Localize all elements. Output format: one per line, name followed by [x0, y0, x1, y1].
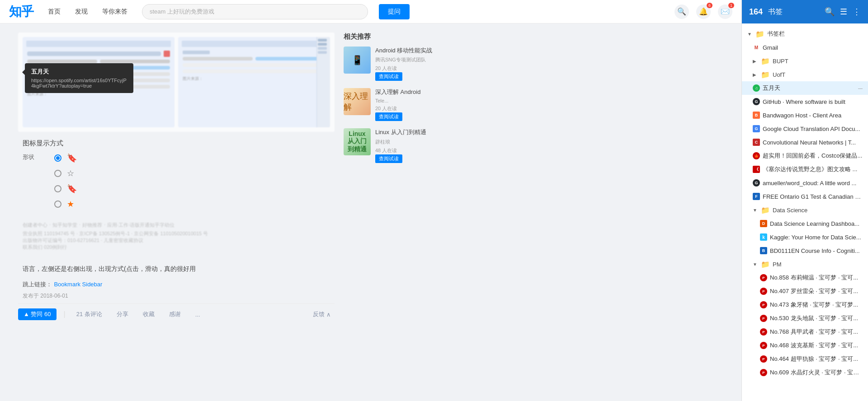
tree-item-ontario[interactable]: F FREE Ontario G1 Test & Canadian Ci...: [742, 190, 868, 203]
footer-link-2[interactable]: 知乎知学堂: [52, 222, 77, 228]
radio-bookmark-filled[interactable]: [54, 185, 61, 192]
tree-item-pokemon-407[interactable]: P No.407 罗丝雷朵 · 宝可梦 · 宝可...: [742, 284, 868, 298]
radio-star-outline[interactable]: [54, 170, 61, 177]
search-icon[interactable]: 🔍: [675, 5, 689, 19]
footer-icp: 营业执照 110194745 号 · 京ICP备 130525例号-1 · 京公…: [23, 231, 208, 236]
tree-folder-pm[interactable]: ▼ 📁 PM: [742, 257, 868, 271]
vote-button[interactable]: ▲ 赞同 60: [18, 308, 57, 320]
pm-arrow: ▼: [753, 262, 758, 267]
ds-dashboard-favicon: D: [760, 220, 767, 227]
footer-link-1[interactable]: 创建者中心: [23, 222, 47, 228]
shape-row-1: 🔖: [54, 153, 77, 163]
spotify-favicon: ♫: [753, 84, 760, 92]
google-translate-favicon: G: [753, 125, 760, 132]
rec-thumbnail-2: 深入理解: [344, 88, 371, 115]
pm-folder-icon: 📁: [761, 260, 770, 269]
header-actions: 🔍 ☰ ⋮: [825, 7, 861, 17]
collect-button[interactable]: 收藏: [139, 308, 158, 320]
tree-item-bd0111[interactable]: B BD0111EN Course Info - Cogniti...: [742, 244, 868, 257]
bookmark-outline-icon: 🔖: [67, 153, 77, 163]
icon-display-section: 图标显示方式 形状 🔖 ☆ 🔖: [18, 139, 335, 209]
bookmark-search-icon[interactable]: 🔍: [825, 7, 835, 17]
tree-item-pokemon-530[interactable]: P No.530 龙头地鼠 · 宝可梦 · 宝可...: [742, 312, 868, 325]
ask-button[interactable]: 提问: [379, 4, 410, 19]
rec-info-1: Android 移动性能实战 腾讯SNG专项测试团队 20 人在读 查阅试读: [375, 47, 443, 81]
tree-item-pokemon-768[interactable]: P No.768 具甲武者 · 宝可梦 · 宝可...: [742, 325, 868, 339]
footer-license: 出版物许可证编号：010-62716621 · 儿童密室收藏协议: [23, 238, 143, 243]
tree-folder-uoft[interactable]: ▶ 📁 UofT: [742, 68, 868, 81]
zhihu-nav: 首页 发现 等你来答: [44, 6, 131, 18]
bookmark-filter-icon[interactable]: ☰: [840, 7, 847, 17]
tree-item-cnn[interactable]: C Convolutional Neural Networks | T...: [742, 135, 868, 149]
footer-link-3[interactable]: 好物推荐: [82, 222, 102, 228]
tree-item-pokemon-609[interactable]: P No.609 水晶灯火灵 · 宝可梦 · 宝可...: [742, 366, 868, 379]
zhihu-logo[interactable]: 知乎: [9, 3, 33, 20]
bupt-arrow: ▶: [753, 59, 758, 64]
tree-item-github[interactable]: G GitHub · Where software is built: [742, 95, 868, 108]
bookmark-sidebar: 164 书签 🔍 ☰ ⋮ ▼ 📁 书签栏 M Gmail ▶ 📁 BUPT ▶: [741, 0, 868, 401]
thanks-button[interactable]: 感谢: [165, 308, 184, 320]
pokemon-473-label: No.473 象牙猪 · 宝可梦 · 宝可梦...: [770, 301, 863, 309]
tree-item-ds-dashboard[interactable]: D Data Science Learning Dashboa...: [742, 217, 868, 230]
tree-item-pokemon-473[interactable]: P No.473 象牙猪 · 宝可梦 · 宝可梦...: [742, 298, 868, 312]
share-button[interactable]: 分享: [113, 308, 132, 320]
report-label: 反馈: [313, 310, 325, 318]
bookmark-sidebar-link[interactable]: Bookmark Sidebar: [54, 281, 102, 288]
bookmark-header: 164 书签 🔍 ☰ ⋮: [742, 0, 868, 23]
tree-item-pokemon-468[interactable]: P No.468 波克基斯 · 宝可梦 · 宝可...: [742, 339, 868, 352]
rec-item-3[interactable]: Linux 从入门到精通 Linux 从入门到精通 辟柱琅 48 人在读 查阅试…: [344, 128, 443, 163]
rec-stats-1: 20 人在读: [375, 65, 443, 72]
tree-arrow-root: ▼: [747, 32, 753, 37]
message-icon[interactable]: ✉️ 1: [718, 5, 732, 19]
shape-row-3: 🔖: [54, 184, 77, 194]
more-button[interactable]: ...: [192, 309, 204, 320]
shape-label: 形状: [23, 153, 41, 161]
bookmark-more-icon[interactable]: ⋮: [853, 7, 861, 17]
rec-stats-3: 48 人在读: [375, 147, 443, 154]
tree-item-costco[interactable]: 🍁 超实用！回国前必看，Costco保健品...: [742, 149, 868, 163]
article-actions: ▲ 赞同 60 | 21 条评论 分享 收藏 感谢 ... 反馈 ∧: [18, 303, 335, 325]
pokemon-768-label: No.768 具甲武者 · 宝可梦 · 宝可...: [770, 328, 863, 336]
rec-item-2[interactable]: 深入理解 深入理解 Android Tele... 20 人在读 查阅试读: [344, 88, 443, 121]
tree-item-pokemon-858[interactable]: P No.858 布莉蝴温 · 宝可梦 · 宝可...: [742, 271, 868, 284]
tree-item-gmail[interactable]: M Gmail: [742, 41, 868, 54]
rec-thumbnail-3: Linux 从入门到精通: [344, 128, 371, 155]
bupt-label: BUPT: [773, 58, 863, 65]
footer-link-4[interactable]: 应用·工作·语版开通知乎字幼位: [107, 222, 175, 228]
rec-title-3: Linux 从入门到精通: [375, 128, 443, 136]
bookmark-count: 164: [749, 7, 763, 17]
tree-folder-data-science[interactable]: ▼ 📁 Data Science: [742, 203, 868, 217]
shape-options: 🔖 ☆ 🔖 ★: [54, 153, 77, 209]
tree-item-wuyuetian[interactable]: ♫ 五月天 —: [742, 81, 868, 95]
tree-item-kaggle[interactable]: k Kaggle: Your Home for Data Scie...: [742, 230, 868, 244]
kaggle-label: Kaggle: Your Home for Data Scie...: [770, 234, 863, 241]
rec-info-3: Linux 从入门到精通 辟柱琅 48 人在读 查阅试读: [375, 128, 443, 163]
nav-answer[interactable]: 等你来答: [99, 6, 131, 18]
radio-circle-bookmark[interactable]: [54, 154, 61, 162]
tooltip-url: https://open.spotify.com/artist/16s0YTFc…: [31, 78, 127, 89]
read-btn-1[interactable]: 查阅试读: [375, 72, 402, 81]
pokemon-464-favicon: P: [760, 355, 767, 363]
tree-item-zelda[interactable]: 《 《塞尔达传说荒野之息》图文攻略 ...: [742, 163, 868, 176]
tree-root-bookmarks[interactable]: ▼ 📁 书签栏: [742, 27, 868, 41]
read-btn-3[interactable]: 查阅试读: [375, 154, 402, 163]
search-bar[interactable]: steam 上好玩的免费游戏: [142, 4, 368, 19]
ds-label: Data Science: [773, 207, 863, 214]
rec-stats-2: 20 人在读: [375, 105, 443, 112]
tree-folder-bupt[interactable]: ▶ 📁 BUPT: [742, 54, 868, 68]
article-description: 语言，左侧还是右侧出现，出现方式(点击，滑动，真的很好用: [23, 263, 330, 275]
item-more-icon[interactable]: —: [858, 86, 863, 91]
tree-item-wordcloud[interactable]: G amueller/word_cloud: A little word ...: [742, 176, 868, 190]
rec-item-1[interactable]: 📱 Android 移动性能实战 腾讯SNG专项测试团队 20 人在读 查阅试读: [344, 47, 443, 81]
read-btn-2[interactable]: 查阅试读: [375, 112, 402, 121]
tree-item-pokemon-464[interactable]: P No.464 超甲犰狳 · 宝可梦 · 宝可...: [742, 352, 868, 366]
radio-star-filled[interactable]: [54, 200, 61, 208]
nav-home[interactable]: 首页: [44, 6, 64, 18]
report-button[interactable]: 反馈 ∧: [309, 308, 335, 320]
wordcloud-favicon: G: [753, 179, 760, 187]
tree-item-google-translate[interactable]: G Google Cloud Translation API Docu...: [742, 122, 868, 135]
nav-discover[interactable]: 发现: [71, 6, 91, 18]
notification-icon[interactable]: 🔔 6: [696, 5, 711, 19]
tree-item-bandwagon[interactable]: B Bandwagon Host - Client Area: [742, 108, 868, 122]
comments-button[interactable]: 21 条评论: [73, 308, 106, 320]
